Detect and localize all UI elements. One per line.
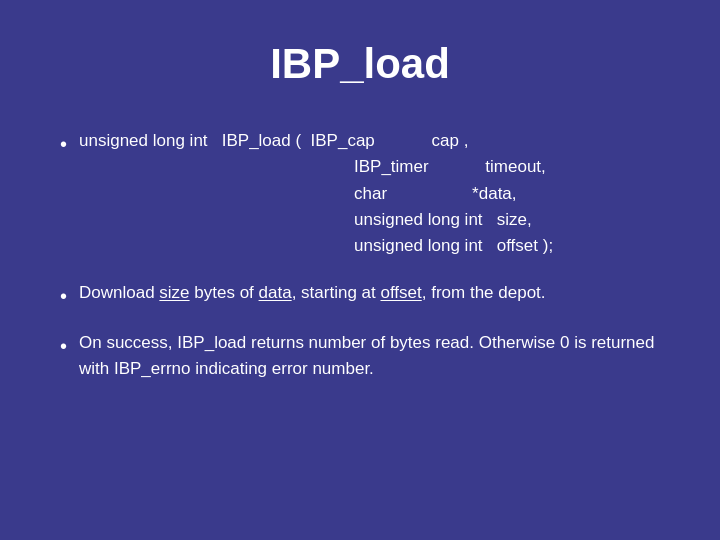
bullet-2: • Download size bytes of data, starting … [60,280,660,310]
param-name-4: unsigned long int offset ); [354,233,553,259]
bullet-dot-1: • [60,130,67,158]
underline-data: data [259,283,292,302]
content-area: • unsigned long int IBP_load ( IBP_cap c… [60,128,660,382]
bullet-dot-3: • [60,332,67,360]
param-indent-3 [79,207,354,233]
param-indent-1 [79,154,354,180]
param-name-2: char *data, [354,181,517,207]
param-row-3: unsigned long int size, [79,207,660,233]
bullet-dot-2: • [60,282,67,310]
param-indent-4 [79,233,354,259]
param-row-2: char *data, [79,181,660,207]
param-row-1: IBP_timer timeout, [79,154,660,180]
bullet-text-2: Download size bytes of data, starting at… [79,280,660,306]
param-name-1: IBP_timer timeout, [354,154,546,180]
param-indent-2 [79,181,354,207]
slide-title: IBP_load [60,40,660,88]
bullet-text-1: unsigned long int IBP_load ( IBP_cap cap… [79,128,660,260]
function-sig-line: unsigned long int IBP_load ( IBP_cap cap… [79,128,660,154]
bullet-1: • unsigned long int IBP_load ( IBP_cap c… [60,128,660,260]
bullet-3: • On success, IBP_load returns number of… [60,330,660,383]
param-row-4: unsigned long int offset ); [79,233,660,259]
underline-size: size [159,283,189,302]
bullet-text-3: On success, IBP_load returns number of b… [79,330,660,383]
func-prefix: unsigned long int IBP_load ( IBP_cap cap… [79,128,468,154]
underline-offset: offset [380,283,421,302]
slide: IBP_load • unsigned long int IBP_load ( … [0,0,720,540]
param-name-3: unsigned long int size, [354,207,532,233]
